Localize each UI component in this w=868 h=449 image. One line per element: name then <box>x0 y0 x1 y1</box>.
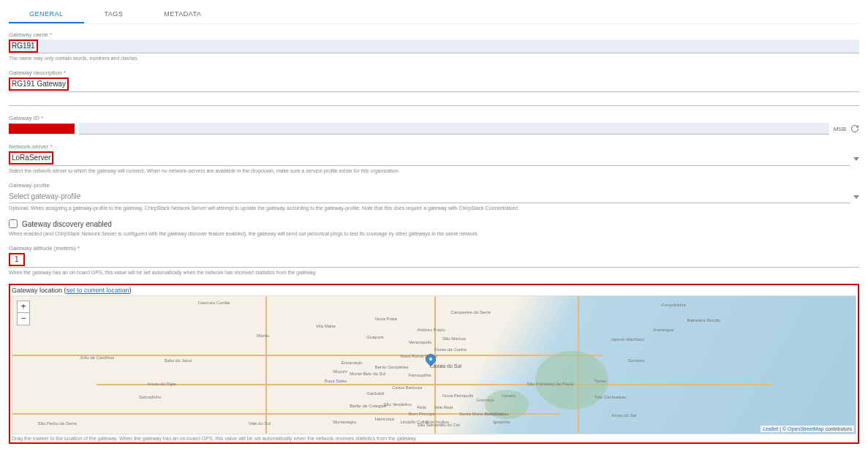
map-place: Canela <box>502 393 516 398</box>
zoom-out-button[interactable]: − <box>18 313 29 325</box>
help-profile: Optional. When assigning a gateway-profi… <box>9 205 859 211</box>
map-place: Arroio do Sal <box>611 413 637 418</box>
map-place: Gramado <box>476 398 494 402</box>
map-place: Sombrio <box>628 358 644 363</box>
map-place: Muçum <box>333 369 347 374</box>
name-input[interactable]: RG191 <box>9 39 38 53</box>
map-place: Sobradinho <box>139 395 162 399</box>
label-id: Gateway ID * <box>9 115 859 121</box>
osm-link[interactable]: OpenStreetMap <box>788 426 823 431</box>
network-select[interactable]: LoRaServer <box>9 151 53 165</box>
map-place: Garibaldi <box>366 391 384 396</box>
caret-down-icon[interactable] <box>853 195 859 199</box>
map-place: Vale do Sol <box>249 421 271 426</box>
map-place: Nova Roma do Sul <box>400 354 437 358</box>
map-place: Guaporé <box>366 335 383 339</box>
map-place: Jacinto Machado <box>611 337 644 342</box>
map-place: Casimiro Corrêa <box>198 301 230 305</box>
help-discovery: When enabled (and ChirpStack Network Ser… <box>9 231 859 236</box>
discovery-checkbox[interactable] <box>9 219 18 228</box>
msb-toggle[interactable]: MSB <box>834 126 846 132</box>
help-altitude: When the gateway has an on-board GPS, th… <box>9 270 859 275</box>
map-place: Monte Belo do Sul <box>350 371 385 376</box>
label-altitude: Gateway altitude (meters) * <box>9 245 859 252</box>
map-place: Igrejinha <box>493 420 510 424</box>
help-network: Select the network-server to which the g… <box>9 168 859 173</box>
map-place: São Sebastião do Caí <box>417 423 459 427</box>
tab-tags[interactable]: TAGS <box>84 6 144 23</box>
label-name: Gateway name * <box>9 31 859 38</box>
altitude-input[interactable]: 1 <box>9 253 25 266</box>
map-place: São Francisco de Paula <box>527 382 573 386</box>
map-place: Marau <box>257 333 269 338</box>
leaflet-link[interactable]: Leaflet <box>763 426 778 431</box>
zoom-in-button[interactable]: + <box>18 301 29 313</box>
map-place: Bento Gonçalves <box>375 365 409 369</box>
map-place: Flores da Cunha <box>434 347 467 352</box>
map-place: Balneário Rincão <box>687 318 720 322</box>
discovery-label: Gateway discovery enabled <box>22 220 112 228</box>
map[interactable]: + − Caxias do Sul Bento Gonçalves Farrou… <box>12 295 856 434</box>
refresh-icon[interactable] <box>850 124 859 133</box>
map-place: Forquilhinha <box>662 303 686 307</box>
label-network: Network-server * <box>9 143 859 150</box>
map-place: Vila Maria <box>316 324 336 328</box>
map-place: Júlio de Castilhos <box>80 355 114 360</box>
map-place: Bom Princípio <box>409 412 436 416</box>
map-place: Caxias do Sul <box>430 363 461 369</box>
zoom-controls: + − <box>17 301 30 325</box>
map-place: Campestre da Serra <box>451 310 491 314</box>
tab-metadata[interactable]: METADATA <box>143 6 222 23</box>
id-input[interactable] <box>9 124 75 134</box>
profile-select[interactable]: Select gateway-profile <box>9 190 850 203</box>
map-place: Nova Prata <box>375 317 397 321</box>
location-section: Gateway location (set to current locatio… <box>9 284 859 444</box>
set-location-link[interactable]: set to current location <box>67 287 129 294</box>
map-place: Santa Maria do Herval <box>459 412 503 416</box>
map-place: São Vendelino <box>383 402 412 407</box>
map-place: São Marcos <box>442 336 466 341</box>
map-place: Antônio Prado <box>417 328 445 332</box>
map-place: Torres <box>595 379 607 383</box>
map-place: São Pedro da Serra <box>38 421 77 426</box>
map-place: Encantado <box>341 361 363 365</box>
label-profile: Gateway-profile <box>9 182 859 189</box>
help-name: The name may only contain words, numbers… <box>9 56 859 61</box>
help-location: Drag the marker to the location of the g… <box>12 436 856 441</box>
tabs-bar: GENERAL TAGS METADATA <box>9 6 859 24</box>
map-place: Montenegro <box>333 420 356 424</box>
map-place: Três Cachoeiras <box>595 395 627 399</box>
map-place: Nova Petrópolis <box>442 393 473 398</box>
tab-general[interactable]: GENERAL <box>9 6 84 23</box>
label-description: Gateway description * <box>9 69 859 76</box>
map-place: Harmonia <box>375 417 394 421</box>
map-place: Vale Real <box>434 405 453 410</box>
caret-down-icon[interactable] <box>853 157 859 161</box>
location-title: Gateway location (set to current locatio… <box>12 287 856 294</box>
map-place: Carlos Barbosa <box>392 385 422 390</box>
map-place: Veranópolis <box>409 340 431 344</box>
map-place: Roca Sales <box>325 379 347 383</box>
description-input[interactable]: RG191 Gateway <box>9 78 69 91</box>
map-place: Arroio do Tigre <box>147 382 176 386</box>
map-place: Barão de Cotegipe <box>350 404 386 408</box>
map-place: Farroupilha <box>409 373 431 377</box>
map-place: Salto do Jacuí <box>165 358 192 363</box>
map-place: Feliz <box>417 405 426 410</box>
map-attribution: Leaflet | © OpenStreetMap contributors <box>761 426 854 432</box>
map-place: Araranguá <box>653 328 673 332</box>
